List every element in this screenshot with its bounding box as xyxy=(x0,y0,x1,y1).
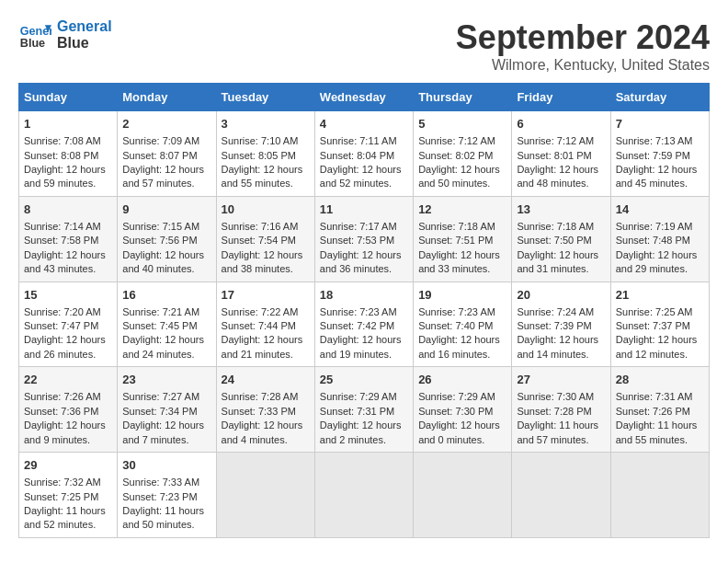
day-number: 28 xyxy=(616,372,704,388)
daylight-label: Daylight: 12 hours and 21 minutes. xyxy=(222,334,303,359)
daylight-label: Daylight: 12 hours and 2 minutes. xyxy=(320,419,402,444)
header-tuesday: Tuesday xyxy=(216,84,314,111)
sunset-label: Sunset: 8:05 PM xyxy=(222,150,296,161)
calendar-cell: 20 Sunrise: 7:24 AM Sunset: 7:39 PM Dayl… xyxy=(512,282,610,367)
daylight-label: Daylight: 12 hours and 38 minutes. xyxy=(222,249,303,274)
day-number: 1 xyxy=(24,116,112,132)
daylight-label: Daylight: 12 hours and 29 minutes. xyxy=(616,249,698,274)
calendar-cell: 21 Sunrise: 7:25 AM Sunset: 7:37 PM Dayl… xyxy=(610,282,709,367)
calendar-cell: 9 Sunrise: 7:15 AM Sunset: 7:56 PM Dayli… xyxy=(118,196,216,282)
page-header: General Blue General Blue September 2024… xyxy=(18,18,710,74)
calendar-cell: 29 Sunrise: 7:32 AM Sunset: 7:25 PM Dayl… xyxy=(19,453,118,538)
sunset-label: Sunset: 7:54 PM xyxy=(222,235,296,246)
day-number: 14 xyxy=(616,201,704,218)
calendar-cell: 28 Sunrise: 7:31 AM Sunset: 7:26 PM Dayl… xyxy=(610,367,709,453)
calendar-cell xyxy=(414,453,512,538)
calendar-cell: 13 Sunrise: 7:18 AM Sunset: 7:50 PM Dayl… xyxy=(512,196,610,282)
calendar-cell: 27 Sunrise: 7:30 AM Sunset: 7:28 PM Dayl… xyxy=(512,367,610,453)
sunrise-label: Sunrise: 7:22 AM xyxy=(222,306,299,317)
daylight-label: Daylight: 12 hours and 59 minutes. xyxy=(24,164,106,189)
daylight-label: Daylight: 12 hours and 52 minutes. xyxy=(320,164,402,189)
calendar-cell: 23 Sunrise: 7:27 AM Sunset: 7:34 PM Dayl… xyxy=(118,367,216,453)
daylight-label: Daylight: 12 hours and 19 minutes. xyxy=(320,334,402,359)
sunrise-label: Sunrise: 7:30 AM xyxy=(517,391,594,402)
calendar-cell: 26 Sunrise: 7:29 AM Sunset: 7:30 PM Dayl… xyxy=(414,367,512,453)
sunrise-label: Sunrise: 7:24 AM xyxy=(517,306,594,317)
day-number: 13 xyxy=(517,201,605,218)
logo-blue: Blue xyxy=(57,35,112,52)
daylight-label: Daylight: 12 hours and 24 minutes. xyxy=(122,334,204,359)
sunset-label: Sunset: 7:51 PM xyxy=(418,235,493,246)
day-number: 26 xyxy=(418,372,506,388)
sunset-label: Sunset: 7:40 PM xyxy=(418,320,493,331)
calendar-cell: 25 Sunrise: 7:29 AM Sunset: 7:31 PM Dayl… xyxy=(314,367,413,453)
sunrise-label: Sunrise: 7:12 AM xyxy=(517,135,594,146)
calendar-cell: 17 Sunrise: 7:22 AM Sunset: 7:44 PM Dayl… xyxy=(216,282,314,367)
day-number: 5 xyxy=(418,116,506,132)
day-number: 27 xyxy=(517,372,605,388)
daylight-label: Daylight: 11 hours and 52 minutes. xyxy=(24,505,106,530)
daylight-label: Daylight: 12 hours and 31 minutes. xyxy=(517,249,598,274)
daylight-label: Daylight: 12 hours and 55 minutes. xyxy=(222,164,303,189)
sunrise-label: Sunrise: 7:08 AM xyxy=(24,135,101,146)
calendar-cell: 19 Sunrise: 7:23 AM Sunset: 7:40 PM Dayl… xyxy=(414,282,512,367)
sunrise-label: Sunrise: 7:18 AM xyxy=(517,221,594,232)
svg-text:Blue: Blue xyxy=(20,37,45,50)
calendar-body: 1 Sunrise: 7:08 AM Sunset: 8:08 PM Dayli… xyxy=(19,111,710,538)
daylight-label: Daylight: 12 hours and 48 minutes. xyxy=(517,164,598,189)
page-subtitle: Wilmore, Kentucky, United States xyxy=(456,57,710,74)
sunset-label: Sunset: 7:50 PM xyxy=(517,235,591,246)
sunrise-label: Sunrise: 7:19 AM xyxy=(616,221,693,232)
daylight-label: Daylight: 11 hours and 50 minutes. xyxy=(122,505,204,530)
calendar-cell: 16 Sunrise: 7:21 AM Sunset: 7:45 PM Dayl… xyxy=(118,282,216,367)
sunrise-label: Sunrise: 7:29 AM xyxy=(320,391,397,402)
day-number: 30 xyxy=(122,457,210,474)
week-row-5: 29 Sunrise: 7:32 AM Sunset: 7:25 PM Dayl… xyxy=(19,453,710,538)
sunset-label: Sunset: 7:31 PM xyxy=(320,406,394,417)
day-number: 20 xyxy=(517,287,605,304)
daylight-label: Daylight: 11 hours and 55 minutes. xyxy=(616,419,698,444)
day-number: 3 xyxy=(222,116,310,132)
day-number: 19 xyxy=(418,287,506,304)
logo-icon: General Blue xyxy=(18,18,51,52)
header-sunday: Sunday xyxy=(19,84,118,111)
sunrise-label: Sunrise: 7:09 AM xyxy=(122,135,199,146)
sunset-label: Sunset: 8:01 PM xyxy=(517,150,591,161)
daylight-label: Daylight: 12 hours and 43 minutes. xyxy=(24,249,106,274)
calendar-cell: 11 Sunrise: 7:17 AM Sunset: 7:53 PM Dayl… xyxy=(314,196,413,282)
daylight-label: Daylight: 12 hours and 14 minutes. xyxy=(517,334,598,359)
sunset-label: Sunset: 7:34 PM xyxy=(122,406,197,417)
sunrise-label: Sunrise: 7:26 AM xyxy=(24,391,101,402)
sunset-label: Sunset: 7:42 PM xyxy=(320,320,394,331)
header-row: SundayMondayTuesdayWednesdayThursdayFrid… xyxy=(19,84,710,111)
sunset-label: Sunset: 7:39 PM xyxy=(517,320,591,331)
sunrise-label: Sunrise: 7:32 AM xyxy=(24,477,101,488)
sunset-label: Sunset: 7:33 PM xyxy=(222,406,296,417)
sunset-label: Sunset: 7:48 PM xyxy=(616,235,690,246)
header-monday: Monday xyxy=(118,84,216,111)
sunrise-label: Sunrise: 7:14 AM xyxy=(24,221,101,232)
sunrise-label: Sunrise: 7:20 AM xyxy=(24,306,101,317)
sunrise-label: Sunrise: 7:17 AM xyxy=(320,221,397,232)
calendar-cell: 15 Sunrise: 7:20 AM Sunset: 7:47 PM Dayl… xyxy=(19,282,118,367)
day-number: 25 xyxy=(320,372,408,388)
sunset-label: Sunset: 7:30 PM xyxy=(418,406,493,417)
day-number: 15 xyxy=(24,287,112,304)
calendar-table: SundayMondayTuesdayWednesdayThursdayFrid… xyxy=(18,83,710,538)
header-friday: Friday xyxy=(512,84,610,111)
calendar-cell xyxy=(216,453,314,538)
week-row-2: 8 Sunrise: 7:14 AM Sunset: 7:58 PM Dayli… xyxy=(19,196,710,282)
sunset-label: Sunset: 8:04 PM xyxy=(320,150,394,161)
daylight-label: Daylight: 12 hours and 9 minutes. xyxy=(24,419,106,444)
sunrise-label: Sunrise: 7:13 AM xyxy=(616,135,693,146)
sunrise-label: Sunrise: 7:21 AM xyxy=(122,306,199,317)
calendar-header: SundayMondayTuesdayWednesdayThursdayFrid… xyxy=(19,84,710,111)
sunset-label: Sunset: 7:44 PM xyxy=(222,320,296,331)
calendar-cell: 12 Sunrise: 7:18 AM Sunset: 7:51 PM Dayl… xyxy=(414,196,512,282)
sunset-label: Sunset: 7:28 PM xyxy=(517,406,591,417)
sunrise-label: Sunrise: 7:11 AM xyxy=(320,135,397,146)
daylight-label: Daylight: 12 hours and 16 minutes. xyxy=(418,334,500,359)
week-row-1: 1 Sunrise: 7:08 AM Sunset: 8:08 PM Dayli… xyxy=(19,111,710,197)
day-number: 10 xyxy=(222,201,310,218)
sunrise-label: Sunrise: 7:12 AM xyxy=(418,135,495,146)
